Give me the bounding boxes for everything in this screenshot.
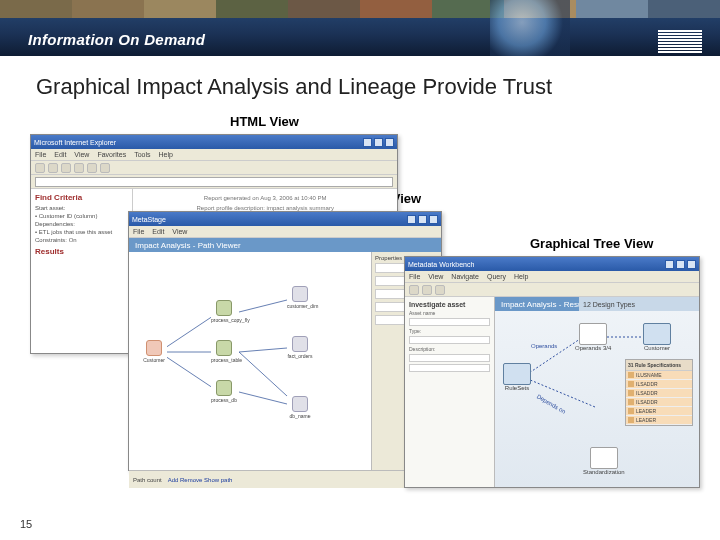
window-titlebar: Metadata Workbench [405,257,699,271]
node-icon [216,380,232,396]
left-type: Type: [409,328,490,334]
window-toolbar [405,283,699,297]
menu-item: Favorites [97,151,126,158]
html-left-panel: Find Criteria Start asset: • Customer ID… [31,189,133,353]
home-icon [87,163,97,173]
window-addressbar [31,175,397,189]
max-icon [418,215,427,224]
refresh-icon [74,163,84,173]
node-label: process_db [211,397,237,403]
tree-node-label: Standardization [583,469,625,475]
menu-item: Query [487,273,506,280]
tree-header-right: 12 Design Types [579,297,699,311]
svg-line-0 [159,312,219,352]
min-icon [665,260,674,269]
node-label: db_name [290,413,311,419]
node-icon [216,340,232,356]
tree-node-icon [503,363,531,385]
window-title-text: MetaStage [132,216,166,223]
max-icon [374,138,383,147]
node-label: Customer [143,357,165,363]
slide-title: Graphical Impact Analysis and Lineage Pr… [0,56,720,106]
tree-node-icon [643,323,671,345]
banner-title: Information On Demand [28,31,205,48]
max-icon [676,260,685,269]
back-icon [35,163,45,173]
svg-line-2 [159,352,219,392]
rule-item: ILSADDR [636,399,658,405]
node-label: customer_dim [287,303,318,309]
window-titlebar: MetaStage [129,212,441,226]
search-icon [100,163,110,173]
find-line: Dependencies: [35,221,128,227]
tree-canvas: Impact Analysis - Results View 12 Design… [495,297,699,487]
svg-line-8 [523,377,595,407]
menu-item: View [172,228,187,235]
find-line: • Customer ID (column) [35,213,128,219]
window-menubar: File Edit View [129,226,441,238]
menu-item: File [409,273,420,280]
tool-icon [409,285,419,295]
window-titlebar: Microsoft Internet Explorer [31,135,397,149]
window-toolbar [31,161,397,175]
close-icon [687,260,696,269]
node-icon [292,286,308,302]
rule-item: LEADER [636,417,656,423]
path-bottom-bar: Path count Add Remove Show path [129,470,441,488]
slide-banner: Information On Demand [0,0,720,56]
menu-item: File [35,151,46,158]
path-view-band: Impact Analysis - Path Viewer [129,238,441,252]
left-desc: Description: [409,346,490,352]
find-criteria-heading: Find Criteria [35,193,128,202]
find-line: Start asset: [35,205,128,211]
menu-item: Navigate [451,273,479,280]
tree-node-label: Customer [644,345,670,351]
node-label: process_table [211,357,242,363]
node-icon [292,336,308,352]
menu-item: Edit [152,228,164,235]
menu-item: Edit [54,151,66,158]
tree-node-icon [579,323,607,345]
node-label: process_copy_fly [211,317,250,323]
results-heading: Results [35,247,128,256]
fwd-icon [48,163,58,173]
edge-label: Depends on [536,393,567,414]
path-view-window: MetaStage File Edit View Impact Analysis… [128,211,442,471]
window-menubar: File Edit View Favorites Tools Help [31,149,397,161]
menu-item: Help [514,273,528,280]
find-line: Constraints: On [35,237,128,243]
node-icon [292,396,308,412]
menu-item: View [428,273,443,280]
path-canvas: Customer process_copy_fly process_table … [129,252,371,470]
close-icon [385,138,394,147]
rule-item: LEADER [636,408,656,414]
stop-icon [61,163,71,173]
menu-item: Help [159,151,173,158]
left-title: Investigate asset [409,301,490,308]
rule-item: ILSADDR [636,381,658,387]
label-tree-view: Graphical Tree View [530,236,653,251]
bottom-link: Add Remove Show path [168,477,233,483]
window-menubar: File View Navigate Query Help [405,271,699,283]
left-sub: Asset name [409,310,490,316]
window-title-text: Microsoft Internet Explorer [34,139,116,146]
bottom-label: Path count [133,477,162,483]
window-title-text: Metadata Workbench [408,261,474,268]
node-label: fact_orders [287,353,312,359]
min-icon [407,215,416,224]
rules-header: 31 Rule Specifications [626,360,692,371]
ibm-logo [658,30,702,53]
tree-node-label: Operands 3/4 [575,345,611,351]
rule-item: ILSADDR [636,390,658,396]
find-line: • ETL jobs that use this asset [35,229,128,235]
close-icon [429,215,438,224]
rule-item: ILUSNAME [636,372,662,378]
tree-view-window: Metadata Workbench File View Navigate Qu… [404,256,700,488]
menu-item: File [133,228,144,235]
tree-node-label: RuleSets [505,385,529,391]
menu-item: Tools [134,151,150,158]
edge-label: Operands [531,343,557,349]
tool-icon [422,285,432,295]
node-icon [146,340,162,356]
rules-panel: 31 Rule Specifications ILUSNAME ILSADDR … [625,359,693,426]
